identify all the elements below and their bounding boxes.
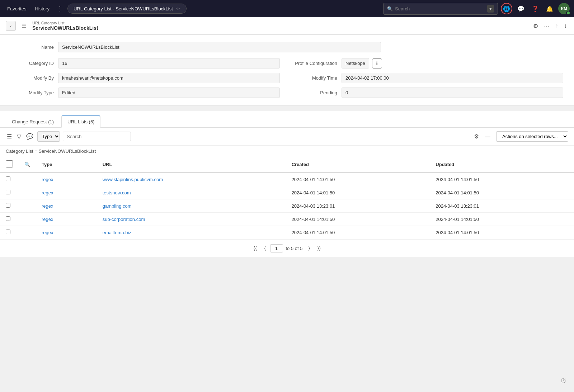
- type-column-header: Type: [36, 157, 97, 173]
- select-all-checkbox[interactable]: [6, 160, 13, 167]
- user-avatar[interactable]: KM: [558, 3, 570, 14]
- row-checkbox[interactable]: [6, 203, 10, 208]
- row-checkbox[interactable]: [6, 190, 10, 194]
- profile-config-row: Profile Configuration Netskope ℹ: [294, 58, 563, 69]
- modify-type-row: Modify Type Edited: [11, 88, 280, 98]
- name-label: Name: [11, 44, 54, 50]
- row-search-cell: [19, 199, 36, 213]
- row-url-cell[interactable]: testsnow.com: [97, 186, 286, 199]
- prev-page-button[interactable]: ⟨: [261, 244, 269, 252]
- avatar-initials: KM: [561, 6, 567, 11]
- filter-type-select[interactable]: Type: [38, 132, 60, 141]
- row-search-cell: [19, 226, 36, 239]
- favorites-nav[interactable]: Favorites: [4, 5, 29, 13]
- page-title-subtitle: URL Category List: [32, 21, 527, 25]
- row-type-cell[interactable]: regex: [36, 213, 97, 226]
- history-nav[interactable]: History: [32, 5, 52, 13]
- row-created-cell: 2024-04-01 14:01:50: [286, 186, 430, 199]
- row-type-cell[interactable]: regex: [36, 186, 97, 199]
- row-type-cell[interactable]: regex: [36, 173, 97, 186]
- row-checkbox[interactable]: [6, 216, 10, 221]
- table-header-row: 🔍 Type URL Created Updated: [0, 157, 574, 173]
- last-page-button[interactable]: ⟩⟩: [314, 244, 324, 252]
- pending-row: Pending 0: [294, 88, 563, 98]
- search-input[interactable]: [395, 6, 485, 11]
- more-nav-icon[interactable]: ⋮: [55, 3, 65, 14]
- category-id-value: 16: [58, 58, 280, 69]
- page-info-text: to 5 of 5: [284, 246, 304, 251]
- settings-icon-button[interactable]: ⚙: [532, 21, 540, 31]
- row-type-cell[interactable]: regex: [36, 226, 97, 239]
- search-icon: 🔍: [387, 6, 393, 11]
- filter-type-select-wrap: Type: [37, 131, 60, 142]
- column-search-icon[interactable]: 🔍: [24, 162, 30, 167]
- table-settings-icon[interactable]: ⚙: [474, 133, 479, 140]
- pending-value: 0: [342, 88, 563, 98]
- first-page-button[interactable]: ⟨⟨: [250, 244, 260, 252]
- row-updated-cell: 2024-04-01 14:01:50: [430, 186, 574, 199]
- up-arrow-icon-button[interactable]: ↑: [554, 21, 560, 30]
- notifications-icon-button[interactable]: 🔔: [544, 3, 555, 14]
- current-page-pill[interactable]: URL Category List - ServiceNOWURLsBlockL…: [67, 4, 187, 14]
- form-section: Name ServiceNOWURLsBlockList Category ID…: [0, 35, 574, 105]
- favorite-star-icon[interactable]: ☆: [176, 6, 180, 11]
- category-id-label: Category ID: [11, 61, 54, 66]
- row-search-cell: [19, 213, 36, 226]
- page-title-block: URL Category List ServiceNOWURLsBlockLis…: [32, 21, 527, 31]
- row-checkbox[interactable]: [6, 176, 10, 181]
- row-updated-cell: 2024-04-01 14:01:50: [430, 213, 574, 226]
- table-body: regex www.slapintins.publicvm.com 2024-0…: [0, 173, 574, 239]
- row-checkbox-cell: [0, 226, 19, 239]
- next-page-button[interactable]: ⟩: [305, 244, 313, 252]
- form-right-col: Profile Configuration Netskope ℹ Modify …: [294, 58, 563, 98]
- table-row: regex testsnow.com 2024-04-01 14:01:50 2…: [0, 186, 574, 199]
- row-checkbox-cell: [0, 199, 19, 213]
- row-url-cell[interactable]: sub-corporation.com: [97, 213, 286, 226]
- modify-by-label: Modify By: [11, 75, 54, 81]
- table-row: regex sub-corporation.com 2024-04-01 14:…: [0, 213, 574, 226]
- pill-title: URL Category List - ServiceNOWURLsBlockL…: [74, 6, 173, 11]
- row-created-cell: 2024-04-01 14:01:50: [286, 213, 430, 226]
- content-area: ‹ ☰ URL Category List ServiceNOWURLsBloc…: [0, 17, 574, 392]
- chat-icon-button[interactable]: 💬: [515, 3, 527, 14]
- row-url-cell[interactable]: www.slapintins.publicvm.com: [97, 173, 286, 186]
- row-checkbox[interactable]: [6, 230, 10, 234]
- profile-config-info-button[interactable]: ℹ: [372, 58, 382, 69]
- table-row: regex emailtema.biz 2024-04-01 14:01:50 …: [0, 226, 574, 239]
- tabs-table-section: Change Request (1) URL Lists (5) ☰ ▽ 💬 T…: [0, 111, 574, 257]
- modify-type-label: Modify Type: [11, 90, 54, 95]
- updated-column-header: Updated: [430, 157, 574, 173]
- pending-label: Pending: [294, 90, 337, 95]
- row-checkbox-cell: [0, 173, 19, 186]
- bottom-right-icon[interactable]: ⏱: [560, 377, 567, 385]
- hamburger-icon[interactable]: ☰: [20, 21, 28, 31]
- list-view-icon[interactable]: ☰: [6, 132, 13, 141]
- actions-select[interactable]: Actions on selected rows...: [496, 131, 568, 142]
- tab-url-lists[interactable]: URL Lists (5): [61, 115, 100, 128]
- back-button[interactable]: ‹: [6, 21, 16, 31]
- row-created-cell: 2024-04-01 14:01:50: [286, 226, 430, 239]
- page-number-input[interactable]: [270, 244, 283, 252]
- search-dropdown-button[interactable]: ▾: [487, 5, 494, 13]
- created-column-header: Created: [286, 157, 430, 173]
- filter-icon[interactable]: ▽: [16, 132, 22, 141]
- sub-header-actions: ⚙ ⋯ ↑ ↓: [532, 21, 568, 31]
- table-minus-icon[interactable]: —: [482, 133, 493, 140]
- url-column-header: URL: [97, 157, 286, 173]
- row-updated-cell: 2024-04-01 14:01:50: [430, 226, 574, 239]
- category-id-row: Category ID 16: [11, 58, 280, 69]
- row-type-cell[interactable]: regex: [36, 199, 97, 213]
- avatar-status-badge: [566, 11, 570, 15]
- row-checkbox-cell: [0, 186, 19, 199]
- help-icon-button[interactable]: ❓: [530, 3, 541, 14]
- row-url-cell[interactable]: emailtema.biz: [97, 226, 286, 239]
- down-arrow-icon-button[interactable]: ↓: [563, 21, 568, 30]
- table-search-input[interactable]: [63, 132, 131, 141]
- row-created-cell: 2024-04-01 14:01:50: [286, 173, 430, 186]
- more-options-icon-button[interactable]: ⋯: [542, 21, 551, 31]
- tab-change-request[interactable]: Change Request (1): [6, 116, 60, 128]
- modify-by-value: kmaheshwari@netskope.com: [58, 73, 280, 83]
- row-url-cell[interactable]: gambling.com: [97, 199, 286, 213]
- globe-icon-button[interactable]: 🌐: [501, 3, 512, 14]
- speech-bubble-icon[interactable]: 💬: [25, 132, 34, 141]
